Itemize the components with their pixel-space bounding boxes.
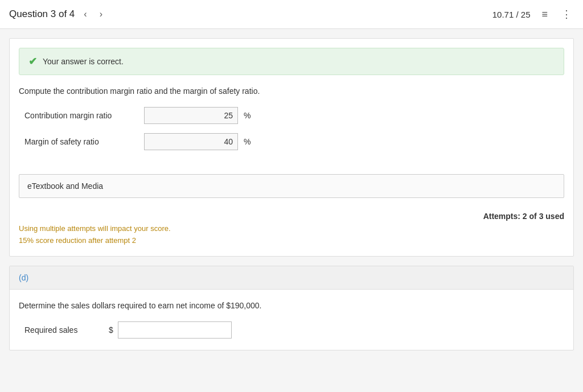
warning-line2: 15% score reduction after attempt 2: [19, 235, 564, 247]
answer-card: ✔ Your answer is correct. Compute the co…: [9, 38, 574, 257]
main-content: ✔ Your answer is correct. Compute the co…: [0, 29, 583, 360]
list-icon-button[interactable]: ≡: [539, 6, 550, 23]
margin-safety-label: Margin of safety ratio: [24, 137, 138, 146]
header-right: 10.71 / 25 ≡ ⋮: [492, 6, 574, 23]
question-title: Question 3 of 4: [9, 9, 75, 20]
contribution-margin-row: Contribution margin ratio %: [19, 107, 564, 124]
part-d-question: Determine the sales dollars required to …: [19, 301, 564, 310]
part-d-label: (d): [19, 273, 28, 282]
contribution-margin-label: Contribution margin ratio: [24, 111, 138, 120]
required-sales-input[interactable]: [118, 321, 232, 339]
question-c-text: Compute the contribution margin ratio an…: [19, 86, 564, 96]
header-left: Question 3 of 4 ‹ ›: [9, 7, 106, 22]
contribution-margin-unit: %: [244, 111, 251, 120]
question-body: Compute the contribution margin ratio an…: [10, 75, 573, 165]
part-d-body: Determine the sales dollars required to …: [10, 290, 573, 350]
contribution-margin-input[interactable]: [144, 107, 238, 124]
attempts-row: Attempts: 2 of 3 used: [10, 207, 573, 223]
warning-section: Using multiple attempts will impact your…: [10, 223, 573, 256]
checkmark-icon: ✔: [28, 55, 37, 68]
margin-safety-input[interactable]: [144, 133, 238, 150]
margin-safety-row: Margin of safety ratio %: [19, 133, 564, 150]
warning-line1: Using multiple attempts will impact your…: [19, 223, 564, 235]
more-icon-button[interactable]: ⋮: [559, 6, 574, 23]
correct-banner: ✔ Your answer is correct.: [19, 48, 564, 75]
etextbook-section[interactable]: eTextbook and Media: [19, 174, 564, 198]
next-button[interactable]: ›: [96, 7, 106, 22]
correct-text: Your answer is correct.: [43, 57, 124, 66]
required-sales-row: Required sales $: [19, 321, 564, 339]
dollar-sign: $: [109, 325, 113, 335]
part-d-header: (d): [10, 266, 573, 290]
margin-safety-unit: %: [244, 137, 251, 146]
header: Question 3 of 4 ‹ › 10.71 / 25 ≡ ⋮: [0, 0, 583, 29]
prev-button[interactable]: ‹: [80, 7, 90, 22]
score-display: 10.71 / 25: [492, 10, 531, 19]
attempts-text: Attempts: 2 of 3 used: [483, 212, 564, 221]
required-sales-label: Required sales: [24, 325, 104, 335]
part-d-card: (d) Determine the sales dollars required…: [9, 266, 574, 350]
etextbook-label: eTextbook and Media: [27, 181, 103, 191]
